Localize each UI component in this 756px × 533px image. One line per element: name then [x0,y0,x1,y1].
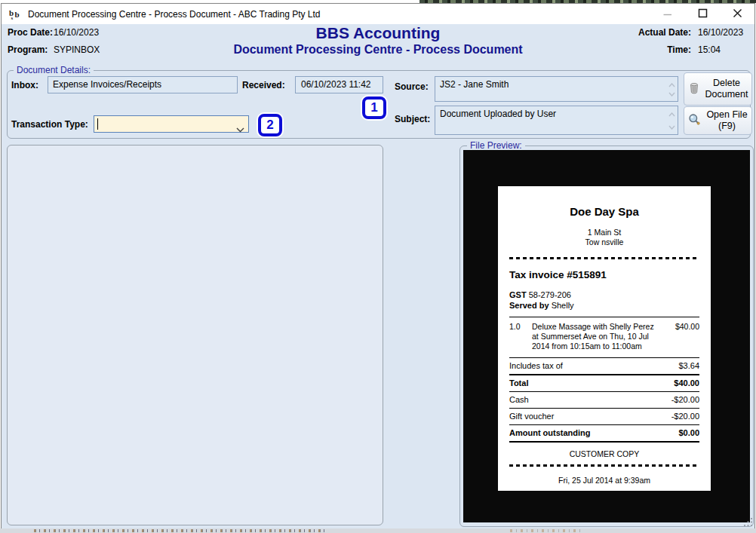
source-label: Source: [395,81,429,92]
minimize-icon [663,8,672,20]
source-scroll-down-icon[interactable] [668,88,675,99]
receipt-address: 1 Main St Tow nsville [509,228,699,247]
item-qty: 1.0 [509,322,532,351]
receipt-cash-row: Cash-$20.00 [509,391,699,408]
callout-1-badge: 1 [362,96,386,119]
delete-document-button[interactable]: Delete Document [684,72,752,106]
subject-field[interactable]: Document Uploaded by User [435,106,678,135]
receipt-outstanding-row: Amount outstanding$0.00 [509,424,699,441]
window-title: Document Processing Centre - Process Doc… [28,9,321,20]
titlebar: b s b Document Processing Centre - Proce… [2,4,754,24]
trash-icon [688,82,700,96]
subject-scroll-up-icon[interactable] [668,109,675,119]
transaction-type-combobox[interactable] [94,115,249,133]
maximize-icon [698,8,708,20]
subject-scroll-down-icon[interactable] [668,121,675,132]
receipt-store-name: Doe Day Spa [509,186,699,218]
item-price: $40.00 [665,322,699,351]
callout-2-badge: 2 [258,114,282,136]
receipt-meta: GST 58-279-206 Served by Shelly [509,289,699,311]
magnifier-icon [688,113,701,128]
desktop-sliver-noise-2 [510,529,582,532]
open-file-button[interactable]: Open File (F9) [684,106,752,135]
window-controls [650,4,754,24]
maximize-button[interactable] [685,4,720,24]
actual-date-label: Actual Date: [638,27,691,38]
source-field[interactable]: JS2 - Jane Smith [435,76,678,102]
text-caret [97,118,98,130]
document-workspace-panel [7,145,383,525]
receipt-invoice-number: Tax invoice #515891 [509,269,699,280]
receipt-served-line: Served by Shelly [509,300,699,311]
time-label: Time: [638,44,691,55]
time-value: 15:04 [698,44,749,55]
transaction-type-label: Transaction Type: [11,119,88,130]
subject-value: Document Uploaded by User [440,109,556,119]
inbox-field[interactable]: Expense Invoices/Receipts [48,76,238,93]
receipt-gst-line: GST 58-279-206 [509,289,699,300]
receipt-item-row: 1.0 Deluxe Massage with Shelly Perez at … [509,317,699,357]
actual-date-value: 16/10/2023 [698,27,749,38]
svg-text:s: s [11,15,14,21]
receipt-preview: Doe Day Spa 1 Main St Tow nsville Tax in… [498,186,711,491]
receipt-dashed-divider [509,257,699,259]
received-label: Received: [242,80,285,90]
chevron-down-icon[interactable] [236,122,244,138]
receipt-tax-row: Includes tax of$3.64 [509,357,699,374]
svg-text:b: b [15,10,20,19]
desktop-sliver-noise [34,529,324,532]
source-value: JS2 - Jane Smith [440,79,509,90]
inbox-label: Inbox: [11,80,38,90]
app-icon: b s b [8,8,22,21]
received-field[interactable]: 06/10/2023 11:42 [295,76,383,93]
delete-button-label: Delete Document [705,78,748,100]
open-file-button-label: Open File (F9) [706,109,747,132]
app-window: b s b Document Processing Centre - Proce… [1,3,755,529]
receipt-printed-date: Fri, 25 Jul 2014 at 9:39am [509,467,699,485]
receipt-customer-copy: CUSTOMER COPY [509,443,699,464]
close-button[interactable] [720,4,754,24]
document-details-legend: Document Details: [14,65,94,75]
receipt-gift-voucher-row: Gift voucher-$20.00 [509,408,699,424]
receipt-total-row: Total$40.00 [509,374,699,391]
actual-date-block: Actual Date: 16/10/2023 Time: 15:04 [638,27,749,55]
subject-label: Subject: [395,114,430,124]
close-icon [733,8,742,20]
minimize-button[interactable] [650,4,685,24]
item-description: Deluxe Massage with Shelly Perez at Summ… [532,322,665,351]
file-preview-legend: File Preview: [467,140,525,151]
screen: b s b Document Processing Centre - Proce… [0,0,756,533]
